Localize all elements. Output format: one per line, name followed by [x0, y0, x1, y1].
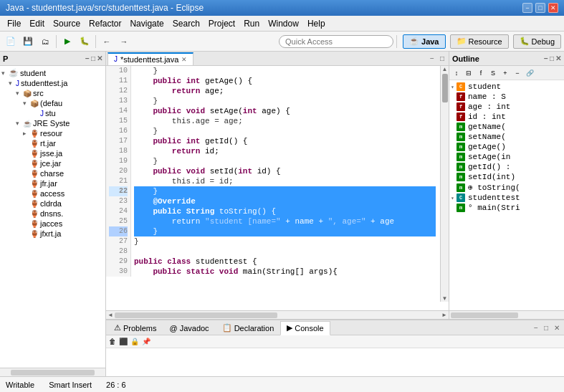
menu-search[interactable]: Search: [168, 17, 204, 30]
console-content: 🗑 ⬛ 🔒 📌: [106, 335, 564, 376]
console-output-area[interactable]: [106, 348, 564, 354]
outline-scrollbar[interactable]: [449, 310, 564, 319]
bottom-panel-maximize[interactable]: □: [541, 324, 551, 332]
minimize-button[interactable]: −: [522, 3, 532, 13]
tree-item-student[interactable]: ▾ ☕ student: [1, 67, 104, 78]
menu-window[interactable]: Window: [264, 17, 303, 30]
tree-item-student-java[interactable]: J stu: [1, 108, 104, 118]
tree-item-dnsjar[interactable]: 🏺 dnsns.: [1, 209, 104, 219]
tree-item-jre[interactable]: ▾ ☕ JRE Syste: [1, 118, 104, 128]
hscroll-left[interactable]: ◄: [107, 312, 113, 318]
outline-item-setage-method[interactable]: m setAge(in: [451, 152, 563, 162]
outline-collapse-btn[interactable]: −: [512, 67, 523, 79]
outline-item-getage-method[interactable]: m getAge(): [451, 142, 563, 152]
outline-item-student-class[interactable]: ▾ C student: [451, 82, 563, 92]
menu-edit[interactable]: Edit: [25, 17, 49, 30]
close-button[interactable]: ✕: [548, 3, 558, 13]
console-terminate-btn[interactable]: ⬛: [119, 338, 128, 345]
quick-access-input[interactable]: [279, 35, 393, 48]
code-lines[interactable]: } public int getAge() { return age; } pu…: [131, 66, 439, 277]
menu-source[interactable]: Source: [49, 17, 85, 30]
vscroll-thumb[interactable]: [442, 74, 448, 102]
scroll-up-btn[interactable]: ▲: [442, 66, 448, 72]
back-button[interactable]: ←: [99, 34, 115, 49]
tree-item-jfxjar[interactable]: 🏺 jfxrt.ja: [1, 229, 104, 239]
tree-item-accessjar[interactable]: 🏺 access: [1, 188, 104, 199]
tree-item-cldrjar[interactable]: 🏺 cldrda: [1, 199, 104, 209]
tree-item-src[interactable]: ▾ 📦 src: [1, 88, 104, 98]
editor-tab-close[interactable]: ✕: [181, 56, 187, 63]
scroll-down-btn[interactable]: ▼: [442, 295, 448, 302]
bottom-panel-close[interactable]: ✕: [551, 324, 563, 332]
outline-item-id-field[interactable]: f id : int: [451, 112, 563, 122]
save-all-button[interactable]: 🗂: [37, 34, 53, 49]
outline-filter-btn[interactable]: ⊟: [463, 67, 474, 79]
menu-file[interactable]: File: [3, 17, 25, 30]
console-clear-btn[interactable]: 🗑: [109, 338, 116, 345]
outline-hide-fields-btn[interactable]: f: [475, 67, 487, 79]
console-scroll-lock-btn[interactable]: 🔒: [130, 338, 139, 345]
outline-scroll-thumb[interactable]: [451, 312, 518, 318]
tree-item-jssejar[interactable]: 🏺 jsse.ja: [1, 148, 104, 158]
bottom-panel-minimize[interactable]: −: [531, 324, 541, 332]
panel-minimize-btn[interactable]: −: [85, 54, 90, 62]
outline-close-btn[interactable]: ✕: [555, 54, 561, 62]
editor-vscrollbar[interactable]: ▲ ▼: [440, 66, 449, 302]
java-perspective-button[interactable]: ☕ Java: [403, 34, 445, 49]
menu-help[interactable]: Help: [303, 17, 330, 30]
console-pin-btn[interactable]: 📌: [142, 338, 150, 345]
outline-item-setname-method[interactable]: m setName(: [451, 132, 563, 142]
tree-item-default-package[interactable]: ▾ 📦 (defau: [1, 98, 104, 108]
package-explorer-tree[interactable]: ▾ ☕ student ▾ J studenttest.ja ▾ 📦 src: [0, 66, 105, 368]
outline-item-getid-method[interactable]: m getId() :: [451, 162, 563, 172]
outline-item-studenttest-class[interactable]: ▾ C studenttest: [451, 193, 563, 203]
tree-item-resources[interactable]: ▸ 🏺 resour: [1, 128, 104, 138]
outline-hide-static-btn[interactable]: S: [487, 67, 499, 79]
outline-item-age-field[interactable]: f age : int: [451, 102, 563, 112]
tree-item-jfrjar[interactable]: 🏺 jfr.jar: [1, 178, 104, 188]
tab-problems[interactable]: ⚠ Problems: [107, 320, 163, 335]
tree-item-rtjar[interactable]: 🏺 rt.jar: [1, 138, 104, 148]
outline-item-getname-method[interactable]: m getName(: [451, 122, 563, 132]
hscroll-thumb[interactable]: [115, 312, 277, 318]
maximize-button[interactable]: □: [535, 3, 545, 13]
outline-link-btn[interactable]: 🔗: [524, 67, 535, 79]
explorer-scrollbar[interactable]: [0, 368, 105, 376]
menu-refactor[interactable]: Refactor: [85, 17, 125, 30]
editor-hscrollbar[interactable]: ◄ ►: [106, 310, 449, 319]
tab-declaration[interactable]: 📋 Declaration: [216, 320, 281, 335]
debug-button[interactable]: 🐛: [77, 34, 92, 49]
outline-item-tostring-method[interactable]: m ⊕ toString(: [451, 182, 563, 193]
menu-run[interactable]: Run: [239, 17, 264, 30]
tree-item-charsejar[interactable]: 🏺 charse: [1, 168, 104, 178]
editor-tab-studenttest[interactable]: J *studenttest.java ✕: [107, 52, 193, 65]
panel-maximize-btn[interactable]: □: [91, 54, 95, 62]
outline-item-name-field[interactable]: f name : S: [451, 92, 563, 102]
editor-tab-minimize[interactable]: −: [427, 54, 437, 62]
tab-javadoc[interactable]: @ Javadoc: [163, 320, 215, 335]
tab-console[interactable]: ▶ Console: [280, 321, 330, 335]
outline-expand-btn[interactable]: +: [500, 67, 511, 79]
run-button[interactable]: ▶: [59, 34, 75, 49]
outline-sort-btn[interactable]: ↕: [451, 67, 462, 79]
tree-item-studenttest-file[interactable]: ▾ J studenttest.ja: [1, 78, 104, 88]
resource-perspective-button[interactable]: 📁 Resource: [450, 34, 509, 49]
outline-maximize-btn[interactable]: □: [550, 54, 554, 62]
outline-tree[interactable]: ▾ C student f name : S f age : int: [449, 80, 564, 310]
panel-close-btn[interactable]: ✕: [97, 54, 102, 62]
explorer-scroll-thumb[interactable]: [11, 370, 95, 376]
outline-minimize-btn[interactable]: −: [544, 54, 548, 62]
menu-project[interactable]: Project: [204, 17, 239, 30]
menu-navigate[interactable]: Navigate: [125, 17, 168, 30]
new-button[interactable]: 📄: [3, 34, 19, 49]
hscroll-right[interactable]: ►: [441, 312, 447, 318]
debug-perspective-button[interactable]: 🐛 Debug: [513, 34, 561, 49]
forward-button[interactable]: →: [116, 34, 132, 49]
tree-item-jaccesjar[interactable]: 🏺 jacces: [1, 219, 104, 229]
editor-tab-maximize[interactable]: □: [437, 54, 447, 62]
save-button[interactable]: 💾: [20, 34, 36, 49]
outline-item-main-method[interactable]: m ° main(Stri: [451, 203, 563, 213]
outline-item-setid-method[interactable]: m setId(int): [451, 172, 563, 182]
code-area[interactable]: ▲ ▼ 10 11 12 13 1: [106, 66, 449, 310]
tree-item-jcejar[interactable]: 🏺 jce.jar: [1, 158, 104, 168]
